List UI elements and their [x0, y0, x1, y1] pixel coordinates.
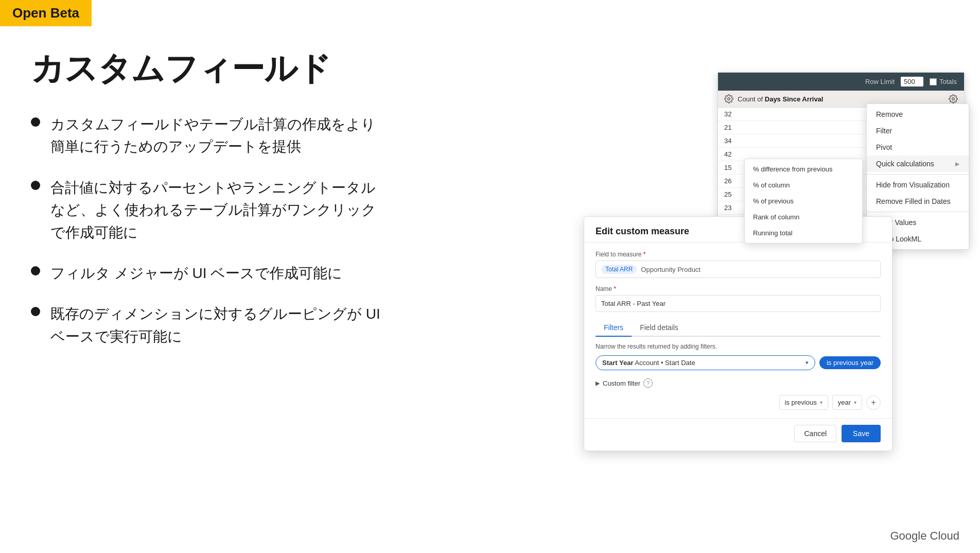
- bullet-item-1: カスタムフィールドやテーブル計算の作成をより簡単に行うためのアップデートを提供: [31, 113, 381, 158]
- quick-calc-rank[interactable]: Rank of column: [745, 209, 862, 225]
- dialog-actions: Cancel Save: [584, 418, 892, 451]
- col-header-left: Count of Days Since Arrival: [724, 94, 823, 103]
- context-menu-hide[interactable]: Hide from Visualization: [867, 177, 969, 193]
- tab-field-details[interactable]: Field details: [632, 319, 687, 337]
- google-text: Google: [890, 529, 926, 542]
- google-cloud-label: Google Cloud: [890, 529, 959, 543]
- filter-description: Narrow the results returned by adding fi…: [596, 343, 881, 350]
- bullet-item-3: フィルタ メジャーが UI ベースで作成可能に: [31, 262, 381, 284]
- bullet-item-2: 合計値に対するパーセントやランニングトータルなど、よく使われるテーブル計算がワン…: [31, 177, 381, 244]
- is-previous-row: is previous ▾ year ▾ +: [596, 395, 881, 410]
- ui-mockup-area: Row Limit Totals Count of Days Since Arr…: [584, 72, 965, 422]
- name-label: Name *: [596, 285, 881, 292]
- col-header-text: Count of Days Since Arrival: [738, 95, 823, 103]
- context-menu-remove[interactable]: Remove: [867, 106, 969, 123]
- bullet-list: カスタムフィールドやテーブル計算の作成をより簡単に行うためのアップデートを提供 …: [31, 113, 381, 366]
- quick-calc-arrow-icon: ▶: [955, 161, 959, 167]
- save-button[interactable]: Save: [842, 425, 881, 442]
- required-asterisk: *: [643, 251, 646, 258]
- bullet-text-3: フィルタ メジャーが UI ベースで作成可能に: [50, 262, 342, 284]
- row-limit-input[interactable]: [901, 77, 923, 87]
- quick-calc-diff[interactable]: % difference from previous: [745, 161, 862, 177]
- is-previous-caret-icon: ▾: [820, 400, 822, 405]
- custom-filter-label: Custom filter: [603, 379, 640, 387]
- cancel-button[interactable]: Cancel: [794, 425, 836, 442]
- bullet-text-4: 既存のディメンションに対するグルーピングが UIベースで実行可能に: [50, 303, 380, 348]
- page-title: カスタムフィールド: [31, 46, 331, 91]
- year-caret-icon: ▾: [854, 400, 856, 405]
- svg-point-0: [728, 98, 730, 100]
- context-menu-divider-2: [867, 212, 969, 212]
- bullet-dot-4: [31, 307, 40, 316]
- filter-pill[interactable]: Start Year Account • Start Date ▾: [596, 355, 815, 370]
- dialog-body: Field to measure * Total ARR Opportunity…: [584, 243, 892, 418]
- row-limit-label: Row Limit: [865, 78, 895, 85]
- bullet-text-2: 合計値に対するパーセントやランニングトータルなど、よく使われるテーブル計算がワン…: [50, 177, 376, 244]
- col-header-highlight: Days Since Arrival: [765, 95, 824, 103]
- quick-calc-col[interactable]: % of column: [745, 177, 862, 193]
- bullet-dot-1: [31, 117, 40, 127]
- gear-icon-right[interactable]: [949, 94, 958, 103]
- context-menu-remove-dates[interactable]: Remove Filled in Dates: [867, 193, 969, 210]
- context-menu-filter[interactable]: Filter: [867, 123, 969, 139]
- quick-calc-prev[interactable]: % of previous: [745, 193, 862, 209]
- custom-filter-row: ▶ Custom filter ?: [596, 375, 881, 391]
- open-beta-text: Open Beta: [12, 5, 79, 21]
- dialog-tabs: Filters Field details: [596, 319, 881, 337]
- totals-label: Totals: [939, 78, 957, 85]
- context-menu-pivot[interactable]: Pivot: [867, 139, 969, 155]
- svg-point-1: [952, 98, 955, 100]
- tab-filters[interactable]: Filters: [596, 319, 632, 337]
- context-menu-quick-calc[interactable]: Quick calculations ▶: [867, 155, 969, 172]
- filter-value-badge: is previous year: [819, 356, 881, 369]
- filter-caret-icon: ▾: [806, 359, 809, 366]
- bullet-dot-3: [31, 266, 40, 275]
- open-beta-badge: Open Beta: [0, 0, 92, 26]
- is-previous-dropdown[interactable]: is previous ▾: [779, 395, 828, 410]
- totals-checkbox[interactable]: [930, 78, 937, 85]
- edit-custom-measure-dialog: Edit custom measure Field to measure * T…: [584, 216, 892, 451]
- bullet-text-1: カスタムフィールドやテーブル計算の作成をより簡単に行うためのアップデートを提供: [50, 113, 376, 158]
- field-to-measure-label: Field to measure *: [596, 251, 881, 258]
- field-to-measure-input[interactable]: Total ARR Opportunity Product: [596, 261, 881, 278]
- table-header: Row Limit Totals: [718, 73, 964, 91]
- quick-calc-running[interactable]: Running total: [745, 225, 862, 241]
- gear-icon-left[interactable]: [724, 94, 733, 103]
- quick-calc-submenu: % difference from previous % of column %…: [744, 159, 863, 244]
- bullet-dot-2: [31, 181, 40, 190]
- name-input[interactable]: [596, 295, 881, 312]
- filter-start-year: Start Year Account • Start Date: [602, 359, 695, 367]
- caret-right-icon: ▶: [596, 380, 600, 387]
- context-menu-divider-1: [867, 174, 969, 175]
- totals-check: Totals: [930, 78, 957, 85]
- year-dropdown[interactable]: year ▾: [832, 395, 862, 410]
- name-required: *: [614, 285, 616, 292]
- cloud-text: Cloud: [930, 529, 959, 542]
- filter-row: Start Year Account • Start Date ▾ is pre…: [596, 355, 881, 370]
- bullet-item-4: 既存のディメンションに対するグルーピングが UIベースで実行可能に: [31, 303, 381, 348]
- help-icon[interactable]: ?: [643, 378, 653, 388]
- field-pill: Total ARR: [601, 265, 637, 274]
- field-secondary: Opportunity Product: [641, 266, 701, 273]
- add-filter-button[interactable]: +: [866, 395, 881, 410]
